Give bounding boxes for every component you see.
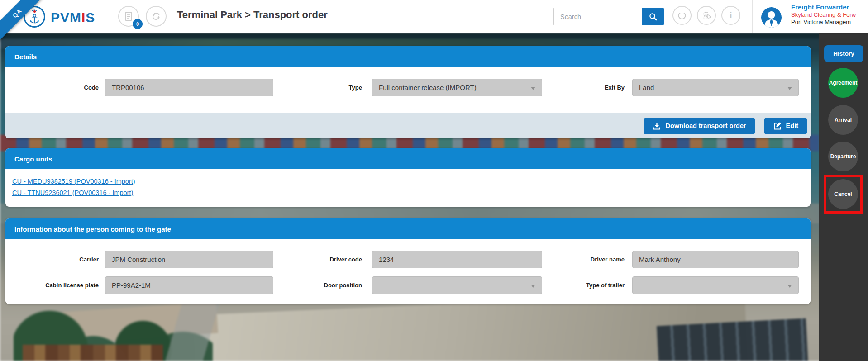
- details-action-bar: Download transport order Edit: [5, 113, 811, 138]
- header-divider: [111, 0, 111, 33]
- workflow-sidebar: History Agreement Arrival Departure Canc…: [819, 33, 868, 361]
- cabin-license-plate-input[interactable]: PP-99A2-1M: [105, 276, 273, 294]
- chevron-down-icon: [531, 87, 535, 90]
- document-icon: [124, 11, 133, 21]
- driver-code-input[interactable]: 1234: [372, 251, 542, 268]
- search-bar: [553, 8, 664, 25]
- documents-count-badge: 0: [133, 19, 143, 29]
- cargo-unit-link[interactable]: CU - MEDU9382519 (POV00316 - Import): [12, 177, 135, 186]
- history-button[interactable]: History: [824, 45, 863, 62]
- gate-person-header: Information about the person coming to t…: [5, 218, 811, 239]
- brand-name: PVMIS: [51, 10, 95, 25]
- exit-by-value: Land: [639, 84, 654, 91]
- code-input[interactable]: TRP00106: [105, 79, 273, 96]
- exit-by-label: Exit By: [536, 79, 625, 96]
- settings-button[interactable]: [697, 6, 716, 25]
- cabin-license-plate-label: Cabin license plate: [5, 276, 99, 294]
- type-of-trailer-select[interactable]: [632, 276, 799, 294]
- chevron-down-icon: [787, 87, 792, 90]
- top-bar: ⚓ PVMIS 0 Terminal Park > Transport orde…: [0, 0, 868, 33]
- brand-prefix: PVM: [51, 10, 81, 25]
- door-position-select[interactable]: [372, 276, 542, 294]
- exit-by-select[interactable]: Land: [632, 79, 799, 96]
- carrier-input[interactable]: JPM Construction: [105, 251, 273, 268]
- info-button[interactable]: i: [721, 6, 740, 25]
- refresh-icon: [151, 11, 161, 21]
- door-position-label: Door position: [273, 276, 362, 294]
- search-input[interactable]: [553, 8, 642, 25]
- cargo-units-header: Cargo units: [5, 148, 811, 169]
- edit-button-label: Edit: [786, 122, 798, 129]
- chevron-down-icon: [787, 285, 792, 288]
- user-company: Skyland Clearing & Forw: [791, 11, 868, 19]
- search-icon: [649, 12, 658, 21]
- page-title: Terminal Park > Transport order: [177, 9, 328, 21]
- brand-suffix: S: [86, 10, 95, 25]
- download-button-label: Download transport order: [666, 122, 746, 129]
- step-departure[interactable]: Departure: [828, 142, 858, 171]
- cargo-links-list: CU - MEDU9382519 (POV00316 - Import) CU …: [5, 169, 811, 198]
- step-arrival[interactable]: Arrival: [828, 105, 858, 135]
- logout-button[interactable]: [672, 6, 692, 25]
- step-agreement[interactable]: Agreement: [828, 68, 858, 98]
- type-label: Type: [273, 79, 362, 96]
- photo-container-stacks: [23, 345, 163, 361]
- chevron-down-icon: [531, 285, 535, 288]
- type-of-trailer-label: Type of trailer: [536, 276, 625, 294]
- logo-red-dot-icon: [33, 10, 36, 13]
- carrier-label: Carrier: [5, 251, 99, 268]
- info-icon: i: [730, 10, 732, 20]
- details-panel: Details Code TRP00106 Type Full containe…: [5, 46, 811, 138]
- type-select[interactable]: Full container release (IMPORT): [372, 79, 542, 96]
- code-label: Code: [5, 79, 99, 96]
- cargo-unit-link[interactable]: CU - TTNU9236021 (POV00316 - Import): [12, 188, 133, 198]
- anchor-icon: ⚓: [29, 13, 40, 25]
- type-value: Full container release (IMPORT): [379, 84, 477, 91]
- driver-code-label: Driver code: [273, 251, 362, 268]
- edit-button[interactable]: Edit: [764, 118, 807, 134]
- photo-solar-panels: [657, 318, 810, 361]
- app-window: ⚓ PVMIS 0 Terminal Park > Transport orde…: [0, 0, 868, 361]
- search-button[interactable]: [642, 8, 664, 25]
- user-info: Freight Forwarder Skyland Clearing & For…: [791, 3, 868, 26]
- header-divider-2: [752, 0, 753, 33]
- user-organization: Port Victoria Managem: [791, 19, 868, 26]
- user-role: Freight Forwarder: [791, 3, 868, 11]
- brand-red-i: I: [81, 10, 86, 25]
- gears-icon: [701, 10, 711, 20]
- refresh-button[interactable]: [146, 6, 167, 27]
- step-cancel[interactable]: Cancel: [828, 179, 858, 209]
- details-header: Details: [5, 46, 811, 67]
- download-transport-order-button[interactable]: Download transport order: [644, 118, 755, 134]
- edit-icon: [773, 122, 782, 130]
- driver-name-input[interactable]: Mark Anthony: [632, 251, 799, 268]
- download-icon: [653, 122, 661, 130]
- user-avatar[interactable]: [761, 7, 782, 28]
- gate-person-panel: Information about the person coming to t…: [5, 218, 811, 304]
- cargo-units-panel: Cargo units CU - MEDU9382519 (POV00316 -…: [5, 148, 811, 207]
- power-icon: [677, 11, 687, 20]
- person-icon: [761, 7, 782, 28]
- driver-name-label: Driver name: [536, 251, 625, 268]
